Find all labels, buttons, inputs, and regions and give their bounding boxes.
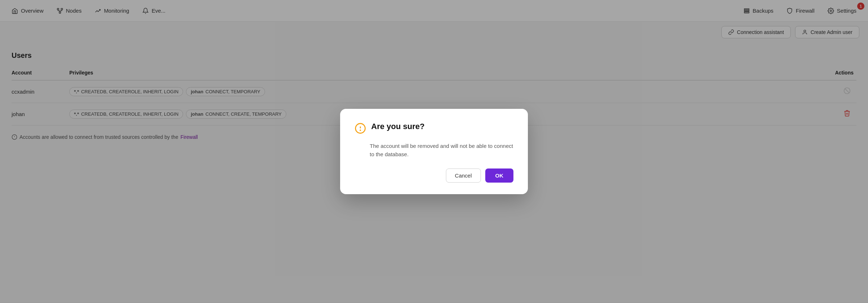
cancel-button[interactable]: Cancel [446, 168, 481, 183]
confirmation-modal: Are you sure? The account will be remove… [340, 109, 528, 195]
modal-title: Are you sure? [371, 122, 425, 131]
modal-header: Are you sure? [355, 122, 513, 136]
warning-icon [355, 123, 366, 136]
svg-point-19 [360, 130, 360, 130]
modal-body: The account will be removed and will not… [370, 142, 513, 159]
ok-button[interactable]: OK [485, 168, 514, 183]
modal-actions: Cancel OK [355, 168, 513, 183]
modal-overlay[interactable]: Are you sure? The account will be remove… [0, 0, 868, 303]
